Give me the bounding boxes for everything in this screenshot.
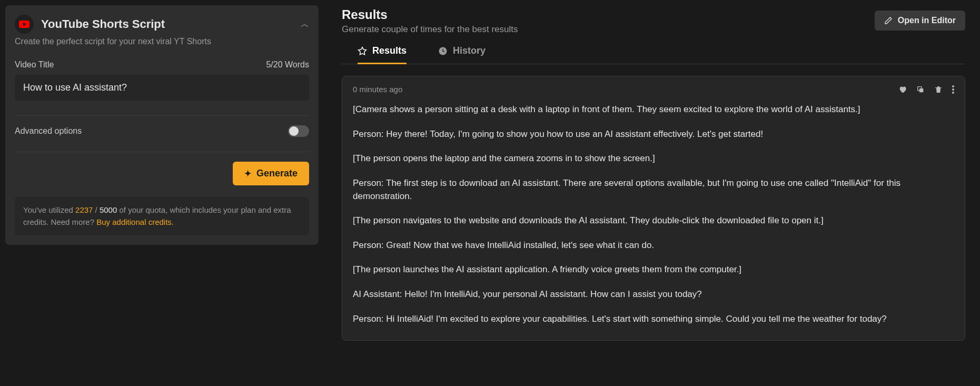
youtube-icon — [15, 15, 34, 34]
quota-box: You've utilized 2237 / 5000 of your quot… — [15, 197, 309, 235]
clock-icon — [438, 46, 448, 56]
svg-point-6 — [952, 92, 954, 94]
svg-point-5 — [952, 88, 954, 91]
results-header: Results Generate couple of times for the… — [342, 7, 965, 35]
result-body: [Camera shows a person sitting at a desk… — [353, 103, 954, 325]
word-count: 5/20 Words — [266, 60, 309, 70]
quota-sep: / — [93, 205, 100, 214]
results-title: Results — [342, 7, 518, 22]
card-header: YouTube Shorts Script ︿ — [15, 15, 309, 34]
result-paragraph: AI Assistant: Hello! I'm IntelliAid, you… — [353, 288, 954, 301]
result-paragraph: [The person opens the laptop and the cam… — [353, 152, 954, 165]
result-paragraph: Person: Hi IntelliAid! I'm excited to ex… — [353, 313, 954, 326]
result-card: 0 minutes ago [Camera shows a person sit… — [342, 76, 965, 341]
result-actions — [898, 85, 954, 94]
result-paragraph: Person: Great! Now that we have IntelliA… — [353, 239, 954, 252]
generate-row: ✦ Generate — [15, 152, 309, 185]
result-paragraph: Person: The first step is to download an… — [353, 177, 954, 203]
input-card: YouTube Shorts Script ︿ Create the perfe… — [5, 5, 319, 245]
advanced-options-toggle[interactable] — [288, 125, 309, 137]
right-panel: Results Generate couple of times for the… — [324, 0, 980, 386]
pencil-icon — [884, 16, 893, 25]
result-paragraph: [The person navigates to the website and… — [353, 214, 954, 227]
tab-results-label: Results — [372, 45, 407, 56]
result-paragraph: Person: Hey there! Today, I'm going to s… — [353, 128, 954, 141]
quota-prefix: You've utilized — [23, 205, 75, 214]
tab-history-label: History — [453, 45, 486, 56]
tab-results[interactable]: Results — [358, 45, 407, 64]
heart-icon[interactable] — [898, 85, 907, 94]
video-title-input[interactable] — [15, 75, 309, 101]
video-title-label: Video Title — [15, 60, 54, 70]
result-top: 0 minutes ago — [353, 85, 954, 94]
chevron-up-icon[interactable]: ︿ — [301, 19, 309, 30]
tab-history[interactable]: History — [438, 45, 486, 64]
trash-icon[interactable] — [934, 85, 943, 94]
svg-point-4 — [952, 85, 954, 87]
results-subtitle: Generate couple of times for the best re… — [342, 24, 518, 35]
more-icon[interactable] — [952, 85, 954, 94]
card-subtitle: Create the perfect script for your next … — [15, 37, 309, 46]
video-title-row: Video Title 5/20 Words — [15, 60, 309, 70]
result-paragraph: [Camera shows a person sitting at a desk… — [353, 103, 954, 116]
generate-button[interactable]: ✦ Generate — [233, 162, 309, 185]
tabs: Results History — [342, 45, 965, 64]
sparkle-icon: ✦ — [244, 169, 251, 179]
svg-marker-0 — [359, 47, 367, 54]
open-in-editor-button[interactable]: Open in Editor — [875, 11, 965, 31]
result-paragraph: [The person launches the AI assistant ap… — [353, 263, 954, 276]
advanced-options-row: Advanced options — [15, 115, 309, 137]
quota-total: 5000 — [100, 205, 117, 214]
result-timestamp: 0 minutes ago — [353, 85, 402, 94]
left-panel: YouTube Shorts Script ︿ Create the perfe… — [0, 0, 324, 386]
generate-label: Generate — [256, 168, 298, 179]
buy-credits-link[interactable]: Buy additional credits. — [96, 217, 174, 226]
card-title: YouTube Shorts Script — [41, 17, 293, 31]
advanced-options-label: Advanced options — [15, 126, 82, 136]
results-tab-icon — [358, 46, 367, 56]
copy-icon[interactable] — [916, 85, 925, 94]
quota-used: 2237 — [75, 205, 93, 214]
open-editor-label: Open in Editor — [898, 16, 956, 25]
